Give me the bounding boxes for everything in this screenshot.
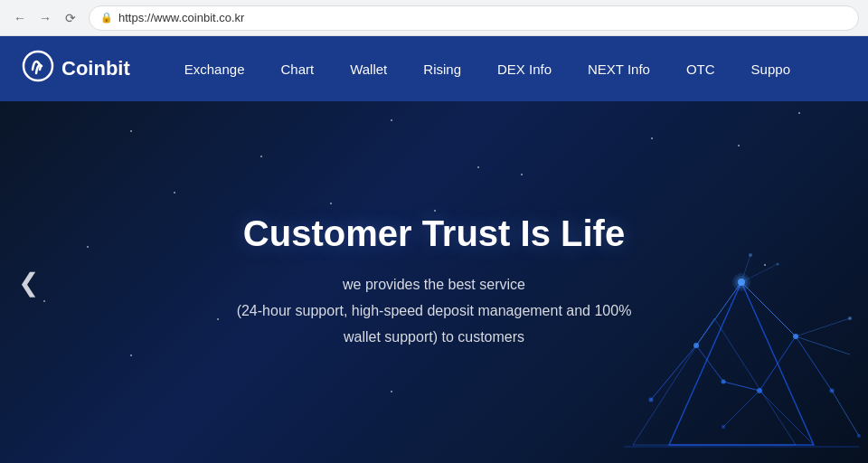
svg-line-8: [760, 391, 814, 445]
svg-line-5: [796, 336, 832, 391]
nav-link-dex-info[interactable]: DEX Info: [479, 36, 570, 101]
hero-prev-arrow[interactable]: ❮: [18, 268, 39, 298]
svg-line-6: [651, 345, 696, 400]
back-button[interactable]: ←: [9, 7, 31, 29]
svg-marker-1: [669, 282, 814, 445]
svg-point-19: [830, 389, 835, 393]
forward-button[interactable]: →: [34, 7, 56, 29]
svg-line-27: [796, 318, 850, 336]
hero-subtitle: we provides the best service (24-hour su…: [237, 272, 632, 350]
browser-chrome: ← → ⟳ 🔒 https://www.coinbit.co.kr: [0, 0, 868, 36]
nav-link-wallet[interactable]: Wallet: [332, 36, 405, 101]
hero-subtitle-line1: we provides the best service: [343, 277, 525, 292]
svg-marker-2: [633, 318, 796, 445]
navbar: Coinbit Exchange Chart Wallet Rising DEX…: [0, 36, 868, 101]
svg-line-12: [832, 391, 859, 436]
svg-point-21: [722, 425, 725, 429]
logo-icon: [22, 50, 54, 89]
svg-point-22: [857, 434, 861, 438]
svg-line-9: [723, 391, 760, 427]
url-text: https://www.coinbit.co.kr: [118, 11, 244, 24]
svg-line-11: [723, 382, 760, 391]
nav-link-otc[interactable]: OTC: [668, 36, 733, 101]
svg-line-3: [741, 282, 796, 336]
hero-section: ❮ Customer Trust Is Life we provides the…: [0, 101, 868, 463]
svg-point-20: [649, 398, 654, 402]
hero-subtitle-line3: wallet support) to customers: [344, 329, 524, 345]
nav-link-chart[interactable]: Chart: [262, 36, 332, 101]
logo-link[interactable]: Coinbit: [22, 50, 130, 89]
website: Coinbit Exchange Chart Wallet Rising DEX…: [0, 36, 868, 463]
refresh-button[interactable]: ⟳: [60, 7, 81, 29]
svg-point-16: [693, 343, 699, 348]
nav-links: Exchange Chart Wallet Rising DEX Info NE…: [166, 36, 808, 101]
lock-icon: 🔒: [100, 12, 113, 24]
svg-line-13: [796, 336, 850, 354]
nav-link-rising[interactable]: Rising: [405, 36, 479, 101]
svg-point-18: [722, 380, 726, 384]
nav-link-next-info[interactable]: NEXT Info: [570, 36, 668, 101]
nav-link-exchange[interactable]: Exchange: [166, 36, 263, 101]
hero-content: Customer Trust Is Life we provides the b…: [237, 213, 632, 350]
hero-title: Customer Trust Is Life: [237, 213, 632, 254]
svg-line-4: [696, 282, 741, 345]
logo-text: Coinbit: [61, 57, 130, 80]
hero-subtitle-line2: (24-hour support, high-speed deposit man…: [237, 303, 632, 318]
nav-link-support[interactable]: Suppo: [733, 36, 808, 101]
address-bar[interactable]: 🔒 https://www.coinbit.co.kr: [89, 5, 859, 31]
svg-point-17: [757, 388, 762, 393]
svg-line-7: [760, 336, 796, 391]
nav-buttons: ← → ⟳: [9, 7, 81, 29]
